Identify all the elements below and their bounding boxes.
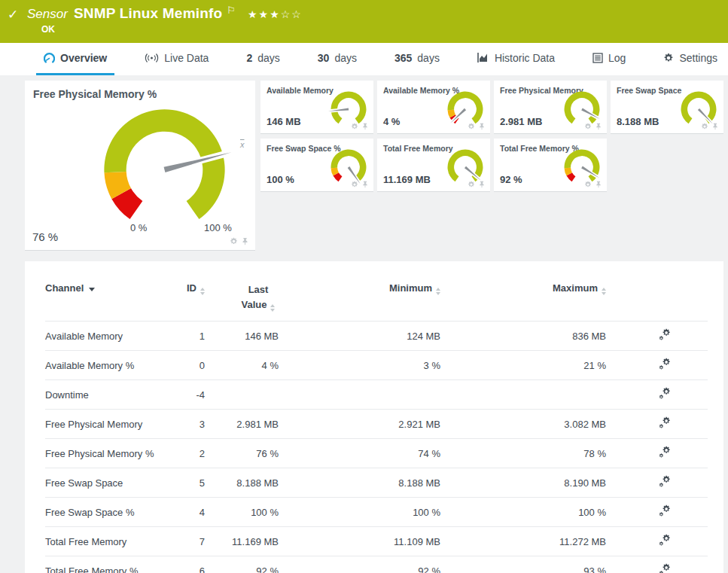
gear-icon[interactable] [701, 123, 708, 130]
column-header-maximum[interactable]: Maximum [440, 261, 606, 322]
channel-minimum [279, 380, 440, 410]
channel-minimum: 2.921 MB [279, 410, 440, 439]
edit-channel-settings-icon[interactable] [659, 358, 671, 370]
table-row: Free Physical Memory %276 %74 %78 % [45, 439, 708, 468]
channel-gauge-tile[interactable]: Available Memory %4 % [377, 81, 490, 134]
channel-gauge-tile[interactable]: Free Swap Space %100 % [260, 139, 373, 192]
column-header-minimum[interactable]: Minimum [279, 261, 440, 322]
mini-gauge-grid: Available Memory146 MBAvailable Memory %… [260, 81, 723, 251]
column-header-last-value[interactable]: Last Value [205, 261, 279, 322]
channel-name[interactable]: Free Physical Memory % [45, 439, 166, 468]
star-empty-icon[interactable]: ☆ [291, 8, 303, 20]
column-header-channel[interactable]: Channel [45, 261, 166, 322]
gear-icon[interactable] [584, 181, 592, 188]
tab-2-days[interactable]: 2 days [239, 43, 287, 75]
star-filled-icon[interactable]: ★ [248, 8, 259, 20]
table-row: Free Physical Memory32.981 MB2.921 MB3.0… [45, 410, 708, 439]
tab-overview[interactable]: Overview [36, 43, 114, 75]
channel-name[interactable]: Total Free Memory % [45, 556, 166, 573]
gauge-value: 92 % [500, 174, 522, 185]
gauge-value: 76 % [32, 230, 58, 243]
tab-historic-data[interactable]: Historic Data [470, 43, 562, 75]
gauge-value: 8.188 MB [617, 116, 659, 127]
priority-stars[interactable]: ★★★☆☆ [248, 8, 303, 20]
pin-icon[interactable] [241, 237, 249, 245]
channel-maximum: 11.272 MB [440, 527, 606, 556]
star-filled-icon[interactable]: ★ [259, 8, 270, 20]
channel-gauge-tile[interactable]: Free Physical Memory2.981 MB [494, 81, 607, 134]
channel-id: 6 [166, 556, 205, 573]
edit-channel-settings-icon[interactable] [659, 328, 671, 341]
channel-id: 1 [166, 322, 205, 351]
mean-marker: x [240, 140, 245, 149]
table-row: Total Free Memory711.169 MB11.109 MB11.2… [45, 527, 708, 556]
gear-icon[interactable] [468, 181, 475, 188]
primary-channel-gauge-card[interactable]: Free Physical Memory % x 0 % 100 % 76 % [25, 81, 255, 251]
flag-icon[interactable]: ⚐ [227, 5, 236, 15]
channel-gauge-tile[interactable]: Free Swap Space8.188 MB [611, 81, 723, 134]
channel-maximum [440, 380, 606, 410]
channel-gauge-tile[interactable]: Available Memory146 MB [260, 81, 373, 134]
edit-channel-settings-icon[interactable] [659, 504, 671, 517]
gear-icon[interactable] [468, 123, 475, 130]
channel-gauge-tile[interactable]: Total Free Memory %92 % [494, 139, 607, 192]
channel-id: 7 [166, 527, 205, 556]
channel-name[interactable]: Available Memory % [45, 351, 166, 380]
tab-log[interactable]: Log [585, 43, 633, 75]
status-ok-check-icon: ✓ [8, 7, 21, 43]
channel-id: 2 [166, 439, 205, 468]
table-row: Free Swap Space %4100 %100 %100 % [45, 498, 708, 527]
channel-id: 3 [166, 410, 205, 439]
pin-icon[interactable] [595, 123, 602, 130]
channel-maximum: 3.082 MB [440, 410, 606, 439]
edit-channel-settings-icon[interactable] [659, 416, 671, 429]
sort-icon [602, 288, 606, 295]
edit-channel-settings-icon[interactable] [659, 387, 671, 400]
channel-maximum: 93 % [440, 556, 606, 573]
channel-id: -4 [166, 380, 205, 410]
channel-gauge-tile[interactable]: Total Free Memory11.169 MB [377, 139, 490, 192]
channel-name[interactable]: Free Physical Memory [45, 410, 166, 439]
channel-table-body: Available Memory1146 MB124 MB836 MBAvail… [45, 322, 708, 573]
sort-icon [436, 288, 440, 295]
gauge-min-label: 0 % [130, 222, 147, 233]
channel-name[interactable]: Free Swap Space [45, 468, 166, 498]
column-header-id[interactable]: ID [166, 261, 205, 322]
column-header-edit [606, 261, 708, 322]
channel-last-value: 100 % [205, 498, 279, 527]
channel-name[interactable]: Total Free Memory [45, 527, 166, 556]
sensor-header: ✓ Sensor SNMP Linux Meminfo ⚐ ★★★☆☆ OK [0, 0, 728, 43]
pin-icon[interactable] [361, 181, 369, 188]
gear-icon[interactable] [230, 237, 238, 245]
pin-icon[interactable] [361, 123, 369, 130]
channel-minimum: 11.109 MB [279, 527, 440, 556]
table-row: Downtime-4 [45, 380, 708, 410]
edit-channel-settings-icon[interactable] [659, 446, 671, 459]
pin-icon[interactable] [478, 123, 486, 130]
channel-minimum: 8.188 MB [279, 468, 440, 498]
gear-icon[interactable] [584, 123, 592, 130]
pin-icon[interactable] [478, 181, 486, 188]
tab-365-days[interactable]: 365 days [387, 43, 447, 75]
pin-icon[interactable] [711, 123, 719, 130]
edit-channel-settings-icon[interactable] [659, 534, 671, 547]
tab-live-data[interactable]: Live Data [137, 43, 216, 75]
channel-name[interactable]: Available Memory [45, 322, 166, 351]
gear-icon[interactable] [351, 123, 358, 130]
channel-id: 4 [166, 498, 205, 527]
edit-channel-settings-icon[interactable] [659, 475, 671, 488]
channel-name[interactable]: Free Swap Space % [45, 498, 166, 527]
gear-icon[interactable] [351, 181, 358, 188]
sort-icon [270, 304, 275, 312]
sort-icon [200, 288, 205, 295]
channel-last-value: 4 % [205, 351, 279, 380]
star-filled-icon[interactable]: ★ [270, 8, 281, 20]
channel-minimum: 92 % [279, 556, 440, 573]
pin-icon[interactable] [595, 181, 602, 188]
channel-maximum: 21 % [440, 351, 606, 380]
edit-channel-settings-icon[interactable] [659, 563, 671, 573]
channel-name[interactable]: Downtime [45, 380, 166, 410]
tab-settings[interactable]: Settings [656, 43, 725, 75]
star-empty-icon[interactable]: ☆ [281, 8, 292, 20]
tab-30-days[interactable]: 30 days [310, 43, 364, 75]
